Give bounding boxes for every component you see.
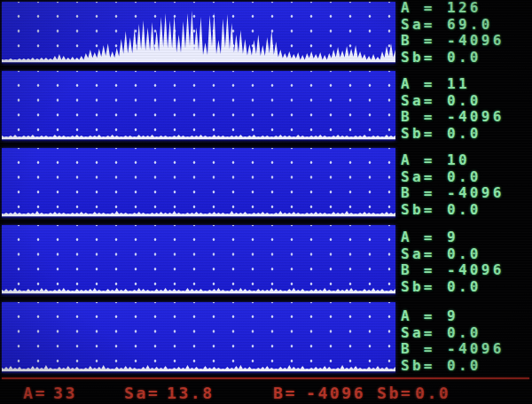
readout-value: 11 [447,75,470,92]
readout-block-4: A =9Sa=0.0B =-4096Sb=0.0 [401,229,530,295]
waveform-trace-2 [2,71,395,141]
readout-row: Sb=0.0 [401,358,530,375]
readout-label: Sa= [401,169,447,186]
readout-row: Sb=0.0 [401,50,530,66]
waveform-panel-1 [2,2,395,64]
waveform-panel-2 [2,71,395,141]
readout-value: -4096 [447,108,505,125]
readout-label: B = [401,262,447,279]
readout-block-1: A =126Sa=69.0B =-4096Sb=0.0 [401,0,530,66]
readout-label: A = [401,0,447,17]
readout-value: 0.0 [447,278,481,295]
waveform-panel-5 [2,302,395,373]
readout-label: A = [401,76,447,93]
readout-value: 0.0 [447,324,481,341]
readout-label: Sa= [401,246,447,263]
status-sa-label: Sa= [124,384,160,402]
readout-label: A = [401,308,447,325]
readout-label: Sb= [401,358,447,375]
readout-label: Sa= [401,93,447,110]
readout-value: 69.0 [447,16,493,33]
status-sb-value: 0.0 [415,384,450,402]
readout-row: B =-4096 [401,109,530,126]
readout-row: B =-4096 [401,33,530,50]
readout-value: 0.0 [447,245,481,262]
readout-row: Sa=0.0 [401,246,530,263]
waveform-trace-3 [2,148,395,218]
waveform-trace-4 [2,225,395,295]
readout-label: Sb= [401,50,447,66]
status-sa-value: 13.8 [167,384,215,402]
readout-value: 9 [447,229,458,245]
status-a-label: A= [23,384,47,402]
readout-row: A =9 [401,229,530,246]
readout-label: Sa= [401,325,447,342]
readout-row: A =126 [401,0,530,17]
separator-line [2,377,529,379]
readout-value: 9 [447,307,458,324]
readout-label: Sb= [401,202,447,219]
readout-label: Sa= [401,17,447,34]
readout-label: Sb= [401,126,447,143]
status-sb-label: Sb= [377,384,412,402]
readout-value: 0.0 [447,357,481,374]
readout-row: Sb=0.0 [401,126,530,143]
readout-label: B = [401,341,447,358]
readout-value: -4096 [447,184,505,201]
waveform-panel-4 [2,225,395,295]
readout-value: 126 [447,0,481,16]
status-b-label: B= [273,384,297,402]
readout-block-5: A =9Sa=0.0B =-4096Sb=0.0 [401,308,530,374]
readout-label: A = [401,152,447,169]
waveform-panel-3 [2,148,395,218]
readout-value: 0.0 [447,49,481,66]
readout-value: 0.0 [447,201,481,218]
readout-label: B = [401,33,447,50]
readout-label: B = [401,185,447,202]
readout-block-2: A =11Sa=0.0B =-4096Sb=0.0 [401,76,530,142]
readout-block-3: A =10Sa=0.0B =-4096Sb=0.0 [401,152,530,218]
readout-label: Sb= [401,279,447,296]
readout-label: A = [401,229,447,246]
readout-row: A =10 [401,152,530,169]
readout-value: 10 [447,152,470,168]
readout-row: A =9 [401,308,530,325]
readout-row: Sa=0.0 [401,325,530,342]
waveform-trace-5 [2,302,395,373]
readout-value: -4096 [447,261,505,278]
status-bar: A=33Sa=13.8B=-4096Sb=0.0 [0,384,532,404]
readout-value: 0.0 [447,125,481,142]
readout-row: B =-4096 [401,262,530,279]
readout-row: Sa=0.0 [401,93,530,110]
waveform-trace-1 [2,2,395,64]
status-a-value: 33 [53,384,77,402]
readout-value: -4096 [447,340,505,357]
readout-row: Sb=0.0 [401,202,530,219]
readout-row: B =-4096 [401,185,530,202]
readout-value: 0.0 [447,92,481,109]
readout-row: Sa=69.0 [401,17,530,34]
readout-value: -4096 [447,32,505,49]
readout-row: Sb=0.0 [401,279,530,296]
readout-row: A =11 [401,76,530,93]
readout-row: B =-4096 [401,341,530,358]
readout-label: B = [401,109,447,126]
status-b-value: -4096 [306,384,365,402]
readout-value: 0.0 [447,168,481,185]
readout-row: Sa=0.0 [401,169,530,186]
crt-instrument-screen: A =126Sa=69.0B =-4096Sb=0.0A =11Sa=0.0B … [0,0,532,404]
